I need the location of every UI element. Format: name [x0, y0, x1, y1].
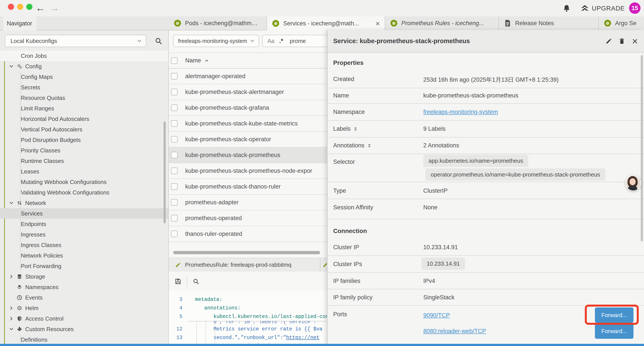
port-link-8080[interactable]: 8080:reloader-web/TCP — [423, 328, 486, 335]
row-checkbox[interactable] — [171, 152, 178, 158]
row-checkbox[interactable] — [171, 199, 178, 206]
sidebar-item[interactable]: Ingresses — [0, 229, 168, 240]
sidebar-item[interactable]: Validating Webhook Configurations — [0, 187, 168, 198]
chevron-down-icon[interactable] — [9, 64, 14, 69]
sidebar-item[interactable]: Network Policies — [0, 250, 168, 261]
sidebar-scrollbar-thumb[interactable] — [164, 122, 166, 223]
service-row[interactable]: kube-prometheus-stack-prometheus-node-ex… — [169, 163, 327, 179]
save-icon[interactable] — [174, 278, 182, 285]
select-all-checkbox[interactable] — [171, 57, 178, 64]
forward-button[interactable]: Forward... — [595, 324, 634, 339]
notification-count-badge[interactable]: 15 — [629, 2, 640, 14]
upgrade-icon[interactable] — [580, 4, 589, 13]
sidebar-item[interactable]: Config Maps — [0, 72, 168, 82]
table-search-input[interactable]: Aa .* prome — [262, 35, 327, 47]
sort-ascending-icon[interactable] — [204, 58, 209, 63]
cluster-tab[interactable]: ☸ Services - icecheng@math... × — [267, 16, 385, 30]
traffic-light-maximize-button[interactable] — [26, 4, 32, 10]
row-checkbox[interactable] — [171, 136, 178, 143]
sidebar-item[interactable]: Storage — [0, 271, 168, 282]
service-row[interactable]: prometheus-adapter — [169, 195, 327, 210]
dock-tab-prometheusrule[interactable]: PrometheusRule: freeleaps-prod-rabbitmq — [169, 258, 320, 272]
sidebar-item[interactable]: Resource Quotas — [0, 93, 168, 103]
sidebar-item[interactable]: Access Control — [0, 313, 168, 324]
namespace-selector[interactable]: freeleaps-monitoring-system — [173, 35, 259, 47]
row-checkbox[interactable] — [171, 120, 178, 127]
sidebar-item[interactable]: Custom Resources — [0, 324, 168, 335]
tab-close-icon[interactable]: × — [372, 19, 380, 28]
sidebar-item[interactable]: Secrets — [0, 82, 168, 93]
chevron-right-icon[interactable] — [9, 274, 14, 279]
navigator-tab[interactable]: Navigator — [3, 16, 36, 30]
expand-collapse-icon[interactable] — [367, 143, 372, 148]
dock-tab-partial[interactable] — [320, 258, 327, 272]
details-scrollbar-thumb[interactable] — [641, 55, 643, 241]
row-checkbox[interactable] — [171, 73, 178, 79]
service-row[interactable]: alertmanager-operated — [169, 68, 327, 84]
row-checkbox[interactable] — [171, 231, 178, 237]
cluster-tab[interactable]: ☸ Argo Se — [599, 16, 644, 30]
editor-search-icon[interactable] — [192, 278, 200, 285]
service-row[interactable]: kube-prometheus-stack-grafana — [169, 100, 327, 116]
sidebar-item[interactable]: Leases — [0, 166, 168, 177]
sidebar-item[interactable]: Namespaces — [0, 282, 168, 292]
row-checkbox[interactable] — [171, 89, 178, 95]
traffic-light-close-button[interactable] — [8, 4, 14, 10]
chevron-down-icon[interactable] — [9, 200, 14, 206]
service-row[interactable]: prometheus-operated — [169, 210, 327, 226]
back-arrow-icon[interactable]: ← — [36, 2, 45, 14]
avatar[interactable] — [625, 175, 641, 191]
search-icon[interactable] — [154, 37, 162, 45]
row-checkbox[interactable] — [171, 215, 178, 221]
sidebar-item[interactable]: Endpoints — [0, 219, 168, 229]
sidebar-item[interactable]: Config — [0, 61, 168, 72]
service-row[interactable]: kube-prometheus-stack-prometheus — [169, 147, 327, 163]
sidebar-item[interactable]: Horizontal Pod Autoscalers — [0, 114, 168, 124]
service-row[interactable]: kube-prometheus-stack-operator — [169, 132, 327, 147]
sidebar-item[interactable]: Mutating Webhook Configurations — [0, 177, 168, 187]
port-link-9090[interactable]: 9090/TCP — [423, 312, 450, 319]
sidebar-item[interactable]: Services — [0, 208, 168, 219]
sidebar-item[interactable]: Port Forwarding — [0, 261, 168, 271]
sidebar-item[interactable]: Limit Ranges — [0, 103, 168, 114]
cluster-tab[interactable]: ☸ Pods - icecheng@mathmas... — [169, 16, 267, 30]
chevron-down-icon[interactable] — [9, 327, 14, 332]
service-row[interactable]: kube-prometheus-stack-alertmanager — [169, 84, 327, 100]
service-row[interactable]: kube-prometheus-stack-thanos-ruler — [169, 179, 327, 195]
chevron-right-icon[interactable] — [9, 306, 14, 311]
horizontal-scrollbar-thumb[interactable] — [173, 251, 320, 254]
cluster-tab[interactable]: Release Notes — [499, 16, 599, 30]
name-column-header[interactable]: Name — [185, 57, 201, 64]
regex-toggle[interactable]: .* — [279, 38, 283, 44]
sidebar-item[interactable]: Ingress Classes — [0, 240, 168, 250]
close-icon[interactable]: × — [632, 38, 638, 45]
sidebar-item[interactable]: Runtime Classes — [0, 156, 168, 166]
row-checkbox[interactable] — [171, 168, 178, 174]
expand-collapse-icon[interactable] — [353, 126, 358, 132]
row-checkbox[interactable] — [171, 104, 178, 111]
service-row[interactable]: thanos-ruler-operated — [169, 226, 327, 242]
sidebar-item[interactable]: Cron Jobs — [0, 50, 168, 61]
upgrade-button[interactable]: UPGRADE — [592, 5, 625, 12]
sidebar-item[interactable]: Priority Classes — [0, 145, 168, 156]
delete-trash-icon[interactable] — [618, 38, 625, 45]
yaml-editor[interactable]: 3 metadata: 4 annotations: 5 kubectl.kub… — [169, 291, 327, 346]
sidebar-item[interactable]: Helm — [0, 303, 168, 313]
sidebar-item[interactable]: Vertical Pod Autoscalers — [0, 124, 168, 135]
match-case-toggle[interactable]: Aa — [268, 38, 274, 44]
kubeconfig-selector[interactable]: Local Kubeconfigs — [5, 35, 146, 47]
traffic-light-minimize-button[interactable] — [17, 4, 23, 10]
property-label: Type — [333, 187, 346, 194]
service-row[interactable]: kube-prometheus-stack-kube-state-metrics — [169, 116, 327, 132]
row-checkbox[interactable] — [171, 183, 178, 190]
sidebar-item[interactable]: Definitions — [0, 335, 168, 345]
sidebar-item[interactable]: Events — [0, 292, 168, 303]
namespace-link[interactable]: freeleaps-monitoring-system — [423, 109, 498, 115]
sidebar-item[interactable]: Pod Disruption Budgets — [0, 135, 168, 145]
forward-arrow-icon[interactable]: → — [50, 2, 59, 14]
cluster-tab[interactable]: ☸ Prometheus Rules - icecheng... — [385, 16, 499, 30]
edit-pencil-icon[interactable] — [605, 38, 612, 45]
chevron-right-icon[interactable] — [9, 316, 14, 321]
bell-icon[interactable] — [562, 4, 571, 12]
sidebar-item[interactable]: Network — [0, 198, 168, 208]
